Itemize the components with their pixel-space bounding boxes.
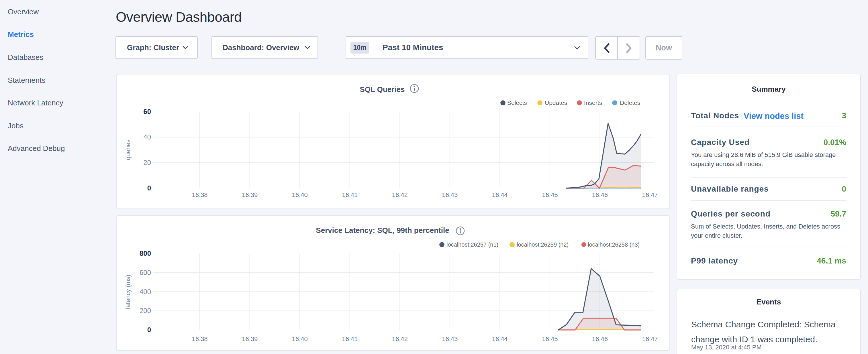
svg-text:Selects: Selects bbox=[507, 99, 527, 106]
svg-text:localhost:26258 (n3): localhost:26258 (n3) bbox=[588, 242, 640, 248]
svg-text:queries: queries bbox=[124, 139, 131, 160]
svg-text:16:39: 16:39 bbox=[242, 335, 258, 343]
svg-text:20: 20 bbox=[143, 159, 151, 166]
svg-text:0: 0 bbox=[147, 326, 151, 334]
svg-text:localhost:26259 (n2): localhost:26259 (n2) bbox=[517, 242, 568, 248]
svg-text:16:42: 16:42 bbox=[392, 335, 408, 343]
svg-text:16:38: 16:38 bbox=[192, 191, 208, 198]
svg-text:16:45: 16:45 bbox=[542, 335, 558, 343]
svg-text:SQL Queries: SQL Queries bbox=[360, 85, 405, 94]
svg-text:600: 600 bbox=[140, 269, 151, 277]
svg-text:16:43: 16:43 bbox=[442, 191, 458, 198]
svg-text:16:44: 16:44 bbox=[492, 191, 508, 198]
svg-text:Service Latency: SQL, 99th per: Service Latency: SQL, 99th percentile bbox=[316, 226, 449, 234]
svg-text:latency (ms): latency (ms) bbox=[124, 275, 131, 309]
svg-text:16:44: 16:44 bbox=[492, 335, 508, 343]
svg-text:localhost:26257 (n1): localhost:26257 (n1) bbox=[446, 242, 498, 248]
svg-text:16:46: 16:46 bbox=[592, 191, 608, 198]
svg-text:16:38: 16:38 bbox=[192, 335, 208, 343]
svg-text:0: 0 bbox=[147, 184, 151, 192]
svg-text:Inserts: Inserts bbox=[584, 99, 602, 106]
svg-text:16:42: 16:42 bbox=[392, 191, 408, 198]
svg-text:16:43: 16:43 bbox=[442, 335, 458, 343]
svg-text:60: 60 bbox=[143, 108, 151, 116]
svg-text:16:47: 16:47 bbox=[642, 191, 658, 198]
svg-text:800: 800 bbox=[140, 250, 151, 257]
svg-text:16:46: 16:46 bbox=[592, 335, 608, 343]
svg-text:Deletes: Deletes bbox=[620, 99, 640, 106]
svg-text:Updates: Updates bbox=[545, 99, 567, 106]
svg-text:16:45: 16:45 bbox=[542, 191, 558, 198]
svg-text:400: 400 bbox=[140, 288, 151, 296]
svg-text:16:40: 16:40 bbox=[292, 191, 308, 198]
svg-text:16:41: 16:41 bbox=[342, 335, 358, 343]
svg-text:16:47: 16:47 bbox=[642, 335, 658, 343]
svg-text:16:41: 16:41 bbox=[342, 191, 358, 198]
svg-text:16:40: 16:40 bbox=[292, 335, 308, 343]
svg-text:200: 200 bbox=[140, 307, 151, 315]
svg-text:40: 40 bbox=[143, 133, 151, 141]
svg-text:16:39: 16:39 bbox=[242, 191, 258, 198]
